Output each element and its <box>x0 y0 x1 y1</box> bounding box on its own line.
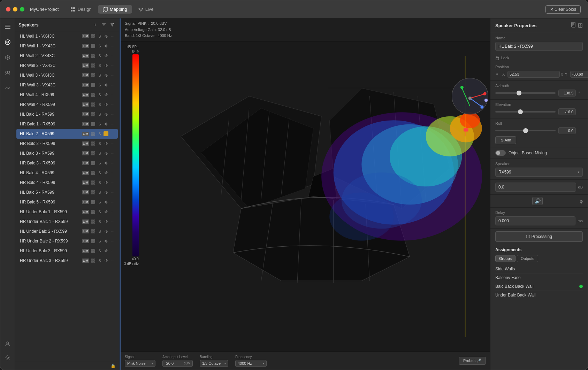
lim-badge-15[interactable]: LIM <box>82 171 90 175</box>
grid-ctrl-icon-17[interactable] <box>90 190 96 195</box>
more-icon-3[interactable]: ··· <box>110 53 116 59</box>
lim-badge-4[interactable]: LIM <box>82 63 90 68</box>
grid-ctrl-icon-24[interactable] <box>90 258 96 263</box>
lock-row[interactable]: Lock <box>495 55 583 60</box>
sidebar-icon-signal[interactable] <box>3 83 13 93</box>
vol-ctrl-icon-8[interactable] <box>104 102 109 107</box>
vol-ctrl-icon-3[interactable] <box>104 53 109 59</box>
grid-ctrl-icon-3[interactable] <box>90 53 96 59</box>
s-ctrl-icon-16[interactable]: S <box>97 180 102 185</box>
speaker-item-7[interactable]: HL Wall 4 - RX599LIMS··· <box>16 90 118 100</box>
vol-ctrl-icon-4[interactable] <box>104 63 109 68</box>
lim-badge-9[interactable]: LIM <box>82 112 90 116</box>
s-ctrl-icon-12[interactable]: S <box>97 141 102 146</box>
s-ctrl-icon-3[interactable]: S <box>97 53 102 59</box>
vol-ctrl-icon-19[interactable] <box>104 209 109 215</box>
lim-badge-13[interactable]: LIM <box>82 151 90 155</box>
more-icon-19[interactable]: ··· <box>110 209 116 215</box>
speaker-item-13[interactable]: HL Balc 3 - RX599LIMS··· <box>16 148 118 158</box>
grid-ctrl-icon-23[interactable] <box>90 248 96 254</box>
cabinet-icon[interactable] <box>578 23 583 29</box>
vol-ctrl-icon-1[interactable] <box>104 33 109 39</box>
speaker-item-5[interactable]: HL Wall 3 - VX43CLIMS··· <box>16 70 118 80</box>
processing-button[interactable]: ⁞⁞⁞ Processing <box>495 231 583 242</box>
vol-ctrl-icon-7[interactable] <box>104 92 109 98</box>
speaker-item-19[interactable]: HL Under Balc 1 - RX599LIMS··· <box>16 207 118 217</box>
grid-ctrl-icon-11[interactable] <box>90 131 96 137</box>
speaker-item-20[interactable]: HR Under Balc 1 - RX599LIMS··· <box>16 217 118 226</box>
more-icon-5[interactable]: ··· <box>110 72 116 78</box>
s-ctrl-icon-8[interactable]: S <box>97 102 102 107</box>
lim-badge-19[interactable]: LIM <box>82 210 90 214</box>
speaker-item-15[interactable]: HL Balc 4 - RX599LIMS··· <box>16 168 118 178</box>
doc-icon[interactable] <box>571 22 576 29</box>
name-input[interactable] <box>495 42 583 51</box>
s-ctrl-icon-22[interactable]: S <box>97 238 102 244</box>
s-ctrl-icon-24[interactable]: S <box>97 258 102 263</box>
probes-button[interactable]: Probes 🎤 <box>459 357 486 365</box>
vol-ctrl-icon-16[interactable] <box>104 180 109 185</box>
s-ctrl-icon-1[interactable]: S <box>97 33 102 39</box>
lim-badge-18[interactable]: LIM <box>82 200 90 204</box>
speaker-type-select[interactable]: RX599 VX43C <box>495 168 583 177</box>
signal-select[interactable]: Pink Noise White Noise Sine Off <box>125 360 155 367</box>
sort-icon[interactable] <box>100 21 107 28</box>
close-button[interactable] <box>6 7 10 11</box>
s-ctrl-icon-19[interactable]: S <box>97 209 102 215</box>
sidebar-icon-hamburger[interactable] <box>3 22 13 32</box>
speaker-item-17[interactable]: HL Balc 5 - RX599LIMS··· <box>16 187 118 197</box>
grid-ctrl-icon-22[interactable] <box>90 238 96 244</box>
aim-button[interactable]: ⊕ Aim <box>495 136 516 144</box>
maximize-button[interactable] <box>20 7 24 11</box>
speaker-item-4[interactable]: HR Wall 2 - VX43CLIMS··· <box>16 61 118 70</box>
speaker-item-24[interactable]: HR Under Balc 3 - RX599LIMS··· <box>16 256 118 265</box>
grid-ctrl-icon-6[interactable] <box>90 82 96 88</box>
more-icon-1[interactable]: ··· <box>110 33 116 39</box>
grid-ctrl-icon-19[interactable] <box>90 209 96 215</box>
grid-ctrl-icon-5[interactable] <box>90 72 96 78</box>
vol-ctrl-icon-17[interactable] <box>104 190 109 195</box>
speaker-volume-button[interactable]: 🔊 <box>532 197 543 205</box>
more-icon-21[interactable]: ··· <box>110 229 116 234</box>
s-ctrl-icon-17[interactable]: S <box>97 190 102 195</box>
lim-badge-16[interactable]: LIM <box>82 180 90 185</box>
speaker-item-10[interactable]: HR Balc 1 - RX599LIMS··· <box>16 119 118 129</box>
sidebar-icon-group[interactable] <box>3 68 13 78</box>
gain-input[interactable] <box>495 183 576 192</box>
vol-ctrl-icon-22[interactable] <box>104 238 109 244</box>
vol-ctrl-icon-21[interactable] <box>104 229 109 234</box>
tab-mapping[interactable]: Mapping <box>98 5 132 14</box>
more-icon-11[interactable]: ··· <box>110 131 116 137</box>
speaker-item-1[interactable]: HL Wall 1 - VX43CLIMS··· <box>16 31 118 41</box>
s-ctrl-icon-23[interactable]: S <box>97 248 102 254</box>
more-icon-14[interactable]: ··· <box>110 160 116 166</box>
speaker-item-18[interactable]: HR Balc 5 - RX599LIMS··· <box>16 197 118 207</box>
roll-slider[interactable] <box>495 130 556 131</box>
grid-ctrl-icon-14[interactable] <box>90 160 96 166</box>
vol-ctrl-icon-9[interactable] <box>104 111 109 117</box>
object-mixing-toggle[interactable] <box>495 150 506 156</box>
lim-badge-6[interactable]: LIM <box>82 83 90 87</box>
elevation-slider[interactable] <box>495 111 556 113</box>
grid-ctrl-icon-9[interactable] <box>90 111 96 117</box>
phase-icon[interactable]: φ <box>580 199 583 204</box>
s-ctrl-icon-18[interactable]: S <box>97 199 102 205</box>
grid-ctrl-icon-7[interactable] <box>90 92 96 98</box>
more-icon-17[interactable]: ··· <box>110 190 116 195</box>
more-icon-4[interactable]: ··· <box>110 63 116 68</box>
lim-badge-3[interactable]: LIM <box>82 54 90 58</box>
grid-ctrl-icon-1[interactable] <box>90 33 96 39</box>
grid-ctrl-icon-15[interactable] <box>90 170 96 176</box>
s-ctrl-icon-15[interactable]: S <box>97 170 102 176</box>
vol-ctrl-icon-15[interactable] <box>104 170 109 176</box>
vol-ctrl-icon-23[interactable] <box>104 248 109 254</box>
lim-badge-21[interactable]: LIM <box>82 229 90 233</box>
assign-tab-outputs[interactable]: Outputs <box>517 255 538 262</box>
lim-badge-23[interactable]: LIM <box>82 249 90 253</box>
lim-badge-24[interactable]: LIM <box>82 259 90 263</box>
grid-ctrl-icon-18[interactable] <box>90 199 96 205</box>
more-icon-18[interactable]: ··· <box>110 199 116 205</box>
more-icon-22[interactable]: ··· <box>110 238 116 244</box>
lim-badge-2[interactable]: LIM <box>82 44 90 48</box>
s-ctrl-icon-13[interactable]: S <box>97 151 102 156</box>
